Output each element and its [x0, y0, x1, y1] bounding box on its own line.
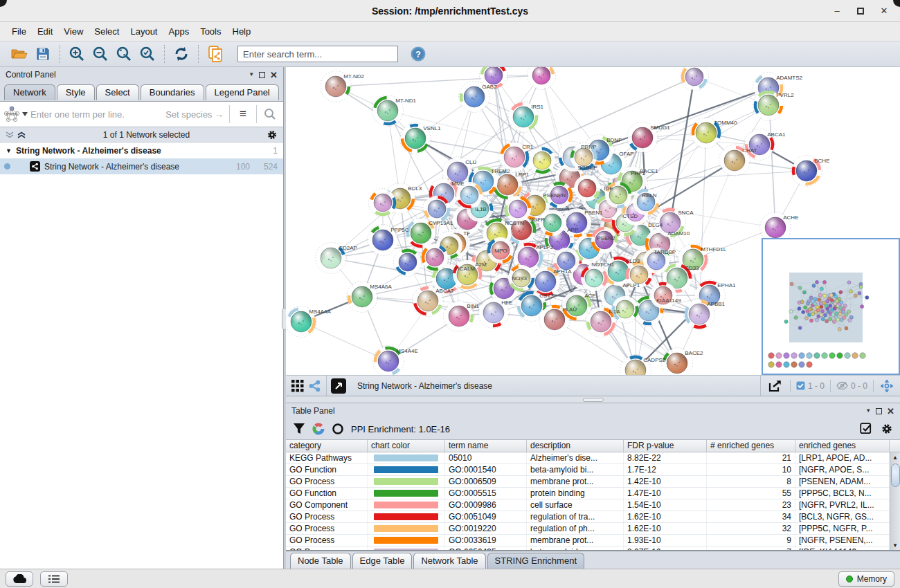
- maximize-button[interactable]: [852, 3, 870, 19]
- share-view-icon[interactable]: [308, 380, 321, 392]
- export-network-icon[interactable]: [761, 379, 790, 393]
- tab-select[interactable]: Select: [96, 84, 139, 100]
- column-header[interactable]: category: [286, 440, 368, 452]
- filter-icon[interactable]: [293, 423, 305, 435]
- close-button[interactable]: ✕: [875, 3, 893, 19]
- zoom-fit-icon[interactable]: [114, 44, 134, 64]
- tab-node-table[interactable]: Node Table: [290, 553, 351, 569]
- cell-term: GO:0050435: [445, 546, 527, 550]
- expand-all-icon[interactable]: [17, 131, 26, 138]
- enrichment-row[interactable]: GO ProcessGO:0019220regulation of ph...1…: [286, 523, 900, 535]
- network-row-selected[interactable]: String Network - Alzheimer's disease 100…: [0, 158, 283, 174]
- panel-menu-icon[interactable]: ▼: [865, 408, 871, 414]
- automation-status-button[interactable]: [6, 571, 33, 587]
- zoom-out-icon[interactable]: [90, 44, 111, 64]
- panel-float-icon[interactable]: [259, 72, 265, 78]
- tab-edge-table[interactable]: Edge Table: [352, 553, 413, 569]
- column-header[interactable]: term name: [445, 440, 527, 452]
- svg-text:ACHE: ACHE: [783, 214, 798, 221]
- enrichment-chart-icon[interactable]: [312, 423, 325, 435]
- grid-view-icon[interactable]: [291, 380, 304, 392]
- cell-category: GO Process: [286, 523, 368, 534]
- memory-status-button[interactable]: Memory: [838, 571, 894, 587]
- enrichment-row[interactable]: GO ProcessGO:0050435beta-amyloid m...2.0…: [286, 546, 900, 550]
- help-icon[interactable]: ?: [408, 44, 429, 64]
- menu-file[interactable]: File: [7, 24, 31, 39]
- network-collection-row[interactable]: ▼ String Network - Alzheimer's disease 1: [0, 143, 283, 158]
- scroll-down-arrow[interactable]: ▼: [891, 540, 900, 550]
- control-panel: Control Panel ▼ ✕ Network Style Select B…: [0, 67, 284, 569]
- enrichment-row[interactable]: GO FunctionGO:0005515protein binding1.47…: [286, 488, 900, 499]
- menu-tools[interactable]: Tools: [195, 24, 226, 39]
- tab-boundaries[interactable]: Boundaries: [141, 84, 204, 100]
- minimize-button[interactable]: –: [828, 3, 846, 19]
- menu-select[interactable]: Select: [89, 24, 124, 39]
- panel-menu-icon[interactable]: ▼: [249, 72, 254, 77]
- column-header[interactable]: # enriched genes: [707, 440, 795, 452]
- menu-edit[interactable]: Edit: [33, 24, 57, 39]
- svg-text:ABCA7: ABCA7: [435, 288, 454, 294]
- enrichment-row[interactable]: GO ProcessGO:0033619membrane prot...1.93…: [286, 535, 900, 546]
- panel-splitter-horizontal[interactable]: [286, 396, 900, 403]
- select-columns-icon[interactable]: [860, 423, 872, 435]
- tab-network-table[interactable]: Network Table: [413, 553, 485, 569]
- string-options-icon[interactable]: ≡: [230, 102, 256, 127]
- panel-float-icon[interactable]: [876, 408, 882, 414]
- scroll-up-arrow[interactable]: ▲: [891, 452, 900, 462]
- enrichment-row[interactable]: GO ProcessGO:0051049regulation of tra...…: [286, 511, 900, 523]
- zoom-in-icon[interactable]: [66, 44, 87, 64]
- menu-layout[interactable]: Layout: [125, 24, 162, 39]
- string-logo-dropdown[interactable]: STRING: [0, 105, 30, 123]
- ring-chart-icon[interactable]: [332, 423, 344, 435]
- pan-compass-icon[interactable]: [874, 379, 900, 393]
- detach-view-icon[interactable]: [331, 378, 346, 394]
- tab-string-enrichment[interactable]: STRING Enrichment: [487, 553, 584, 569]
- tree-expander-icon[interactable]: ▼: [6, 147, 12, 154]
- chart-color-swatch: [374, 454, 438, 461]
- cell-term: GO:0001540: [445, 464, 527, 475]
- birds-eye-view[interactable]: [762, 238, 900, 375]
- clone-network-icon[interactable]: [205, 44, 226, 64]
- menu-help[interactable]: Help: [228, 24, 256, 39]
- string-search-icon[interactable]: [257, 102, 283, 127]
- splitter-handle[interactable]: [583, 398, 604, 402]
- scrollbar-thumb[interactable]: [891, 463, 900, 487]
- table-scrollbar[interactable]: ▲ ▼: [890, 452, 900, 550]
- svg-text:CHAT: CHAT: [742, 147, 757, 154]
- set-species-hint[interactable]: Set species →: [165, 109, 229, 120]
- refresh-icon[interactable]: [171, 44, 192, 64]
- collapse-all-icon[interactable]: [6, 131, 15, 138]
- tab-style[interactable]: Style: [57, 84, 95, 100]
- network-canvas[interactable]: MT-ND2MT-ND1VSNL1GAB2IRS1ADAMTS2SMUG1TOM…: [286, 67, 900, 376]
- network-options-gear-icon[interactable]: [267, 129, 278, 140]
- string-query-input[interactable]: [30, 109, 165, 120]
- search-input[interactable]: [237, 46, 398, 62]
- column-header[interactable]: chart color: [368, 440, 445, 452]
- tab-network[interactable]: Network: [4, 84, 55, 100]
- enrichment-row[interactable]: GO ComponentGO:0009986cell surface1.54E-…: [286, 499, 900, 511]
- network-node[interactable]: [618, 353, 653, 376]
- tab-legend-panel[interactable]: Legend Panel: [206, 84, 279, 100]
- save-session-button[interactable]: [33, 44, 53, 64]
- column-header[interactable]: FDR p-value: [624, 440, 707, 452]
- open-session-button[interactable]: [9, 44, 30, 64]
- network-node[interactable]: [525, 67, 558, 92]
- column-header[interactable]: description: [527, 440, 624, 452]
- network-node[interactable]: [678, 67, 710, 93]
- panel-close-icon[interactable]: ✕: [887, 407, 894, 416]
- zoom-selected-icon[interactable]: [137, 44, 158, 64]
- cell-category: GO Process: [286, 511, 368, 522]
- menu-apps[interactable]: Apps: [164, 24, 195, 39]
- task-history-button[interactable]: [40, 571, 68, 587]
- menu-view[interactable]: View: [59, 24, 88, 39]
- column-header[interactable]: enriched genes: [795, 440, 890, 452]
- panel-close-icon[interactable]: ✕: [270, 71, 278, 80]
- cell-term: 05010: [445, 452, 527, 463]
- enrichment-row[interactable]: KEGG Pathways05010Alzheimer's dise...8.8…: [286, 452, 900, 464]
- chart-color-cell: [368, 452, 445, 463]
- table-settings-gear-icon[interactable]: [881, 423, 893, 435]
- enrichment-row[interactable]: GO FunctionGO:0001540beta-amyloid bi...1…: [286, 464, 900, 476]
- title-bar[interactable]: Session: /tmp/enrichmentTest.cys – ✕: [0, 0, 900, 22]
- svg-text:EPHA1: EPHA1: [717, 282, 736, 288]
- enrichment-row[interactable]: GO ProcessGO:0006509membrane prot...1.42…: [286, 476, 900, 488]
